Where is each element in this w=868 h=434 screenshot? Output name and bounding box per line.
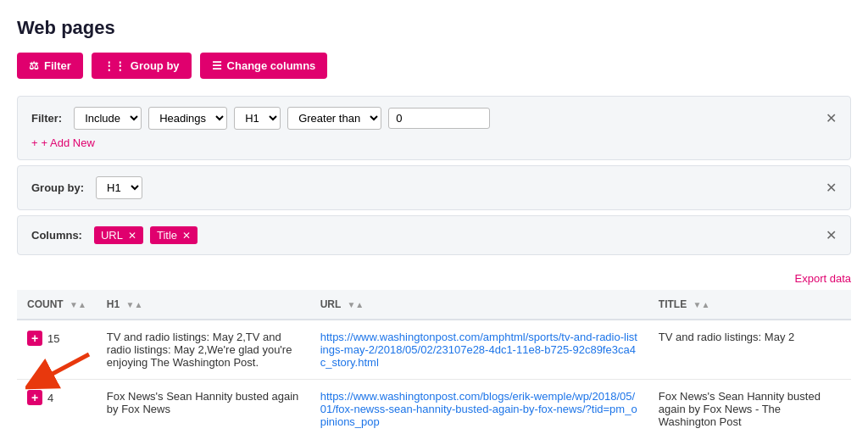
columns-label: Columns: xyxy=(31,229,82,242)
count-value: 4 xyxy=(47,392,53,404)
h1-cell: Fox News's Sean Hannity busted again by … xyxy=(97,380,310,435)
groupby-close-button[interactable]: ✕ xyxy=(826,180,837,196)
title-tag-remove[interactable]: ✕ xyxy=(182,230,191,242)
filter-icon: ⚖ xyxy=(29,59,39,72)
h1-cell: TV and radio listings: May 2,TV and radi… xyxy=(97,320,310,380)
filter-close-button[interactable]: ✕ xyxy=(826,110,837,126)
table-row: +15TV and radio listings: May 2,TV and r… xyxy=(17,320,851,380)
url-column-tag: URL ✕ xyxy=(94,226,143,244)
filter-label: Filter: xyxy=(31,112,62,125)
count-cell: +4 xyxy=(17,380,97,435)
h1-select[interactable]: H1 xyxy=(234,107,281,130)
export-data-link[interactable]: Export data xyxy=(795,272,852,285)
h1-sort-icon: ▼▲ xyxy=(126,300,143,309)
url-cell[interactable]: https://www.washingtonpost.com/amphtml/s… xyxy=(310,320,648,380)
data-table: COUNT ▼▲ H1 ▼▲ URL ▼▲ TITLE ▼▲ +15TV and… xyxy=(17,290,851,434)
groupby-button[interactable]: ⋮⋮ Group by xyxy=(92,53,192,79)
title-sort-icon: ▼▲ xyxy=(693,300,709,309)
changecolumns-button[interactable]: ☰ Change columns xyxy=(200,53,328,79)
changecolumns-icon: ☰ xyxy=(212,59,222,72)
count-value: 15 xyxy=(47,332,59,345)
toolbar: ⚖ Filter ⋮⋮ Group by ☰ Change columns xyxy=(17,53,851,79)
groupby-label: Group by: xyxy=(31,181,84,194)
title-header[interactable]: TITLE ▼▲ xyxy=(648,290,851,320)
url-sort-icon: ▼▲ xyxy=(347,300,364,309)
expand-button[interactable]: + xyxy=(27,390,42,405)
condition-select[interactable]: Greater than xyxy=(287,107,381,130)
groupby-select[interactable]: H1 xyxy=(96,176,142,199)
url-tag-remove[interactable]: ✕ xyxy=(128,230,136,242)
filter-button[interactable]: ⚖ Filter xyxy=(17,53,83,79)
table-row: +4Fox News's Sean Hannity busted again b… xyxy=(17,380,851,435)
url-header[interactable]: URL ▼▲ xyxy=(310,290,648,320)
url-cell[interactable]: https://www.washingtonpost.com/blogs/eri… xyxy=(310,380,648,435)
page-title: Web pages xyxy=(17,17,851,39)
table-wrapper: COUNT ▼▲ H1 ▼▲ URL ▼▲ TITLE ▼▲ +15TV and… xyxy=(17,290,851,434)
columns-section: Columns: URL ✕ Title ✕ ✕ xyxy=(17,215,851,255)
count-cell: +15 xyxy=(17,320,97,380)
count-header[interactable]: COUNT ▼▲ xyxy=(17,290,97,320)
h1-header[interactable]: H1 ▼▲ xyxy=(97,290,310,320)
title-cell: Fox News's Sean Hannity busted again by … xyxy=(648,380,851,435)
filter-section: Filter: Include Headings H1 Greater than… xyxy=(17,96,851,160)
headings-select[interactable]: Headings xyxy=(148,107,227,130)
count-sort-icon: ▼▲ xyxy=(70,300,86,309)
columns-close-button[interactable]: ✕ xyxy=(826,227,837,243)
title-cell: TV and radio listings: May 2 xyxy=(648,320,851,380)
groupby-section: Group by: H1 ✕ xyxy=(17,165,851,210)
add-new-link[interactable]: + + Add New xyxy=(31,136,95,149)
filter-value-input[interactable] xyxy=(388,108,490,129)
table-header-row: COUNT ▼▲ H1 ▼▲ URL ▼▲ TITLE ▼▲ xyxy=(17,290,851,320)
export-row: Export data xyxy=(17,272,851,285)
groupby-icon: ⋮⋮ xyxy=(103,59,125,72)
columns-input[interactable] xyxy=(204,228,323,242)
title-column-tag: Title ✕ xyxy=(150,226,198,244)
include-select[interactable]: Include xyxy=(74,107,142,130)
plus-icon: + xyxy=(31,136,38,149)
expand-button[interactable]: + xyxy=(27,331,42,346)
